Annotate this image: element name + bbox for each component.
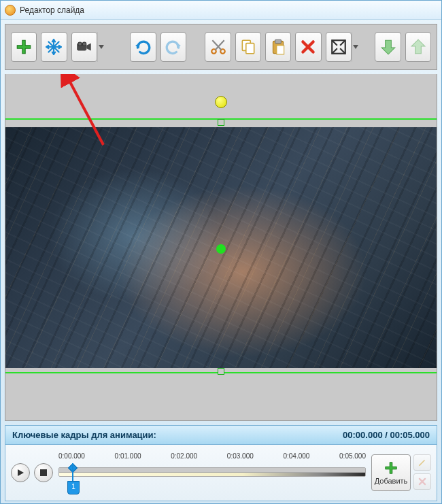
svg-rect-12 xyxy=(40,469,47,476)
timeline-track[interactable]: 0:00.000 0:01.000 0:02.000 0:03.000 0:04… xyxy=(58,452,366,493)
play-icon xyxy=(16,469,24,477)
redo-button[interactable] xyxy=(160,32,186,62)
delete-button[interactable] xyxy=(295,32,321,62)
resize-handle-bottom[interactable] xyxy=(218,368,224,375)
time-tick: 0:02.000 xyxy=(171,452,197,460)
plus-icon xyxy=(384,460,398,475)
timeline-time-display: 00:00.000 / 00:05.000 xyxy=(343,430,430,440)
layer-down-button[interactable] xyxy=(375,32,401,62)
layer-up-button[interactable] xyxy=(405,32,431,62)
undo-button[interactable] xyxy=(130,32,156,62)
effects-button[interactable] xyxy=(41,32,67,62)
cut-button[interactable] xyxy=(205,32,231,62)
slide-editor-window: Редактор слайда xyxy=(0,0,442,504)
svg-point-2 xyxy=(82,42,86,46)
toolbar xyxy=(5,24,437,70)
snowflake-icon xyxy=(45,38,63,56)
paste-button[interactable] xyxy=(265,32,291,62)
svg-point-1 xyxy=(78,42,81,46)
chevron-down-icon xyxy=(353,45,358,49)
svg-rect-6 xyxy=(246,44,254,54)
timeline-header: Ключевые кадры для анимации: 00:00.000 /… xyxy=(5,426,437,445)
copy-button[interactable] xyxy=(235,32,261,62)
fullscreen-dropdown[interactable] xyxy=(352,32,360,62)
camera-button[interactable] xyxy=(71,32,97,62)
time-tick: 0:05.000 xyxy=(339,452,366,460)
camera-icon xyxy=(75,38,93,56)
add-keyframe-button[interactable]: Добавить xyxy=(371,454,411,491)
titlebar: Редактор слайда xyxy=(1,1,441,20)
fullscreen-button[interactable] xyxy=(326,32,352,62)
time-tick: 0:04.000 xyxy=(283,452,309,460)
app-icon xyxy=(5,5,16,16)
add-keyframe-label: Добавить xyxy=(375,477,408,485)
rotation-handle[interactable] xyxy=(215,96,227,108)
time-ruler: 0:00.000 0:01.000 0:02.000 0:03.000 0:04… xyxy=(58,452,366,460)
delete-icon xyxy=(299,38,317,56)
camera-dropdown[interactable] xyxy=(97,32,105,62)
track-bar[interactable] xyxy=(58,467,366,477)
svg-rect-9 xyxy=(277,46,284,54)
time-tick: 0:01.000 xyxy=(115,452,141,460)
pencil-icon xyxy=(418,458,427,467)
center-anchor[interactable] xyxy=(216,244,226,254)
edit-keyframe-button[interactable] xyxy=(413,454,431,471)
time-tick: 0:03.000 xyxy=(227,452,254,460)
playback-controls xyxy=(11,463,53,482)
play-button[interactable] xyxy=(11,463,30,482)
add-layer-button[interactable] xyxy=(11,32,37,62)
timeline-panel: Ключевые кадры для анимации: 00:00.000 /… xyxy=(5,425,437,501)
arrow-down-icon xyxy=(379,38,397,56)
undo-icon xyxy=(134,38,152,56)
time-tick: 0:00.000 xyxy=(58,452,85,460)
timeline-body: 0:00.000 0:01.000 0:02.000 0:03.000 0:04… xyxy=(5,445,437,501)
fullscreen-icon xyxy=(330,38,347,56)
copy-icon xyxy=(239,38,257,56)
plus-icon xyxy=(15,38,33,56)
resize-handle-top[interactable] xyxy=(218,119,224,126)
paste-icon xyxy=(269,38,287,56)
window-title: Редактор слайда xyxy=(20,5,84,15)
arrow-up-icon xyxy=(409,38,427,56)
scissors-icon xyxy=(209,38,227,56)
slide-canvas[interactable] xyxy=(5,74,437,421)
svg-rect-8 xyxy=(275,39,282,43)
stop-icon xyxy=(40,469,47,476)
delete-icon xyxy=(418,477,427,486)
timeline-title: Ключевые кадры для анимации: xyxy=(12,430,156,440)
playhead[interactable] xyxy=(72,463,73,481)
stop-button[interactable] xyxy=(34,463,53,482)
delete-keyframe-button[interactable] xyxy=(413,473,431,490)
redo-icon xyxy=(165,38,182,56)
chevron-down-icon xyxy=(99,45,104,49)
